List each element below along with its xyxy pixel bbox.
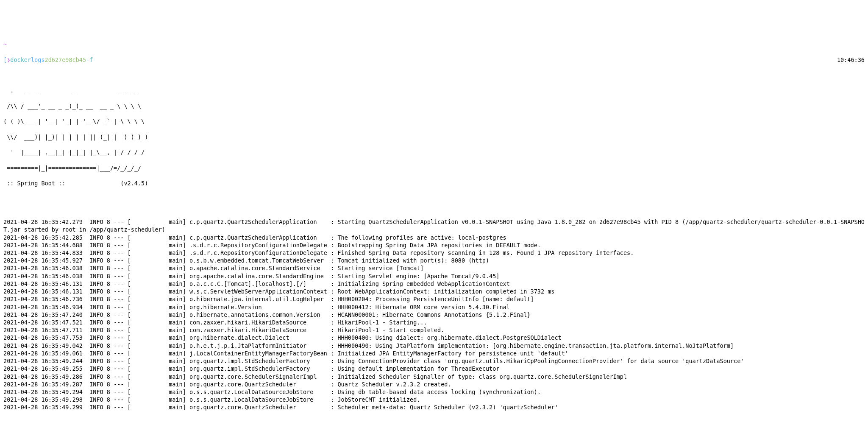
log-line: 2021-04-28 16:35:46.736 INFO 8 --- [ mai…: [3, 295, 865, 303]
prompt-cwd-line: ~: [3, 40, 865, 48]
log-line: 2021-04-28 16:35:42.279 INFO 8 --- [ mai…: [3, 218, 865, 233]
log-line: 2021-04-28 16:35:49.298 INFO 8 --- [ mai…: [3, 396, 865, 403]
clock-time: 10:46:36: [837, 56, 865, 64]
banner-line: =========|_|==============|___/=/_/_/_/: [3, 164, 865, 172]
banner-line: :: Spring Boot :: (v2.4.5): [3, 179, 865, 187]
banner-line: . ____ _ __ _ _: [3, 87, 865, 94]
banner-line: /\\ / ___'_ __ _ _(_)_ __ __ _ \ \ \ \: [3, 102, 865, 110]
command-container-id: 2d627e98cb45: [45, 56, 86, 64]
log-line: 2021-04-28 16:35:44.833 INFO 8 --- [ mai…: [3, 249, 865, 257]
command-docker: docker: [10, 56, 31, 64]
prompt-bracket: [: [3, 56, 7, 64]
terminal-output: . ____ _ __ _ _ /\\ / ___'_ __ _ _(_)_ _…: [3, 71, 865, 419]
log-line: 2021-04-28 16:35:49.042 INFO 8 --- [ mai…: [3, 342, 865, 350]
spring-banner: . ____ _ __ _ _ /\\ / ___'_ __ _ _(_)_ _…: [3, 79, 865, 195]
prompt-cwd: ~: [3, 40, 7, 48]
log-line: 2021-04-28 16:35:47.753 INFO 8 --- [ mai…: [3, 334, 865, 341]
log-line: 2021-04-28 16:35:49.286 INFO 8 --- [ mai…: [3, 373, 865, 380]
log-line: 2021-04-28 16:35:47.711 INFO 8 --- [ mai…: [3, 326, 865, 334]
log-line: 2021-04-28 16:35:46.131 INFO 8 --- [ mai…: [3, 280, 865, 288]
log-line: 2021-04-28 16:35:49.299 INFO 8 --- [ mai…: [3, 403, 865, 411]
prompt-arrow-icon: ❯: [7, 56, 10, 64]
log-lines: 2021-04-28 16:35:42.279 INFO 8 --- [ mai…: [3, 218, 865, 411]
log-line: 2021-04-28 16:35:47.240 INFO 8 --- [ mai…: [3, 311, 865, 319]
command-logs: logs: [31, 56, 45, 64]
log-line: 2021-04-28 16:35:46.038 INFO 8 --- [ mai…: [3, 264, 865, 272]
log-line: 2021-04-28 16:35:42.285 INFO 8 --- [ mai…: [3, 234, 865, 241]
banner-line: \\/ ___)| |_)| | | | | || (_| | ) ) ) ): [3, 133, 865, 141]
log-line: 2021-04-28 16:35:47.521 INFO 8 --- [ mai…: [3, 319, 865, 326]
banner-line: ' |____| .__|_| |_|_| |_\__, | / / / /: [3, 148, 865, 156]
log-line: 2021-04-28 16:35:45.927 INFO 8 --- [ mai…: [3, 257, 865, 264]
log-line: 2021-04-28 16:35:49.287 INFO 8 --- [ mai…: [3, 380, 865, 388]
log-line: 2021-04-28 16:35:44.688 INFO 8 --- [ mai…: [3, 241, 865, 249]
log-line: 2021-04-28 16:35:49.244 INFO 8 --- [ mai…: [3, 357, 865, 365]
prompt-command-line: [❯ docker logs 2d627e98cb45 -f10:46:36: [3, 56, 865, 64]
log-line: 2021-04-28 16:35:49.061 INFO 8 --- [ mai…: [3, 350, 865, 357]
terminal-window[interactable]: ~ [❯ docker logs 2d627e98cb45 -f10:46:36…: [3, 33, 865, 427]
log-line: 2021-04-28 16:35:46.038 INFO 8 --- [ mai…: [3, 272, 865, 280]
log-line: 2021-04-28 16:35:46.131 INFO 8 --- [ mai…: [3, 288, 865, 295]
log-line: 2021-04-28 16:35:49.294 INFO 8 --- [ mai…: [3, 388, 865, 396]
blank-line: [3, 203, 865, 210]
log-line: 2021-04-28 16:35:49.255 INFO 8 --- [ mai…: [3, 365, 865, 372]
banner-line: ( ( )\___ | '_ | '_| | '_ \/ _` | \ \ \ …: [3, 117, 865, 125]
log-line: 2021-04-28 16:35:46.934 INFO 8 --- [ mai…: [3, 303, 865, 311]
command-flag: -f: [86, 56, 93, 64]
